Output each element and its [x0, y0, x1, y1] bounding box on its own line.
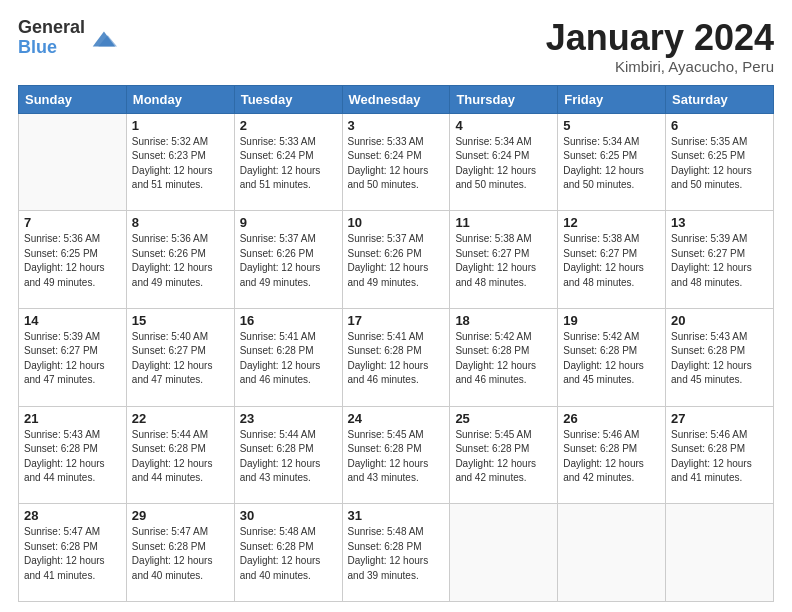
- day-number: 31: [348, 508, 445, 523]
- day-number: 19: [563, 313, 660, 328]
- day-number: 18: [455, 313, 552, 328]
- header-saturday: Saturday: [666, 85, 774, 113]
- header-monday: Monday: [126, 85, 234, 113]
- header-wednesday: Wednesday: [342, 85, 450, 113]
- day-info: Sunrise: 5:43 AM Sunset: 6:28 PM Dayligh…: [671, 330, 768, 388]
- day-number: 14: [24, 313, 121, 328]
- day-info: Sunrise: 5:37 AM Sunset: 6:26 PM Dayligh…: [240, 232, 337, 290]
- table-row: 26Sunrise: 5:46 AM Sunset: 6:28 PM Dayli…: [558, 406, 666, 504]
- day-number: 2: [240, 118, 337, 133]
- day-number: 21: [24, 411, 121, 426]
- table-row: 6Sunrise: 5:35 AM Sunset: 6:25 PM Daylig…: [666, 113, 774, 211]
- day-number: 26: [563, 411, 660, 426]
- day-number: 11: [455, 215, 552, 230]
- calendar-header-row: Sunday Monday Tuesday Wednesday Thursday…: [19, 85, 774, 113]
- day-number: 23: [240, 411, 337, 426]
- day-info: Sunrise: 5:44 AM Sunset: 6:28 PM Dayligh…: [240, 428, 337, 486]
- table-row: 27Sunrise: 5:46 AM Sunset: 6:28 PM Dayli…: [666, 406, 774, 504]
- day-number: 13: [671, 215, 768, 230]
- logo: General Blue: [18, 18, 117, 58]
- day-info: Sunrise: 5:47 AM Sunset: 6:28 PM Dayligh…: [24, 525, 121, 583]
- day-number: 30: [240, 508, 337, 523]
- day-number: 24: [348, 411, 445, 426]
- day-info: Sunrise: 5:48 AM Sunset: 6:28 PM Dayligh…: [240, 525, 337, 583]
- table-row: [666, 504, 774, 602]
- table-row: 21Sunrise: 5:43 AM Sunset: 6:28 PM Dayli…: [19, 406, 127, 504]
- table-row: [450, 504, 558, 602]
- table-row: 4Sunrise: 5:34 AM Sunset: 6:24 PM Daylig…: [450, 113, 558, 211]
- logo-icon: [89, 24, 117, 52]
- table-row: 25Sunrise: 5:45 AM Sunset: 6:28 PM Dayli…: [450, 406, 558, 504]
- month-title: January 2024: [546, 18, 774, 58]
- day-info: Sunrise: 5:45 AM Sunset: 6:28 PM Dayligh…: [348, 428, 445, 486]
- day-number: 8: [132, 215, 229, 230]
- table-row: 30Sunrise: 5:48 AM Sunset: 6:28 PM Dayli…: [234, 504, 342, 602]
- day-info: Sunrise: 5:41 AM Sunset: 6:28 PM Dayligh…: [348, 330, 445, 388]
- table-row: 7Sunrise: 5:36 AM Sunset: 6:25 PM Daylig…: [19, 211, 127, 309]
- day-info: Sunrise: 5:46 AM Sunset: 6:28 PM Dayligh…: [563, 428, 660, 486]
- table-row: 5Sunrise: 5:34 AM Sunset: 6:25 PM Daylig…: [558, 113, 666, 211]
- table-row: 12Sunrise: 5:38 AM Sunset: 6:27 PM Dayli…: [558, 211, 666, 309]
- table-row: 14Sunrise: 5:39 AM Sunset: 6:27 PM Dayli…: [19, 308, 127, 406]
- header: General Blue January 2024 Kimbiri, Ayacu…: [18, 18, 774, 75]
- day-number: 7: [24, 215, 121, 230]
- day-info: Sunrise: 5:33 AM Sunset: 6:24 PM Dayligh…: [240, 135, 337, 193]
- day-info: Sunrise: 5:34 AM Sunset: 6:25 PM Dayligh…: [563, 135, 660, 193]
- day-number: 20: [671, 313, 768, 328]
- header-friday: Friday: [558, 85, 666, 113]
- table-row: 9Sunrise: 5:37 AM Sunset: 6:26 PM Daylig…: [234, 211, 342, 309]
- day-info: Sunrise: 5:44 AM Sunset: 6:28 PM Dayligh…: [132, 428, 229, 486]
- day-info: Sunrise: 5:45 AM Sunset: 6:28 PM Dayligh…: [455, 428, 552, 486]
- table-row: 1Sunrise: 5:32 AM Sunset: 6:23 PM Daylig…: [126, 113, 234, 211]
- calendar-table: Sunday Monday Tuesday Wednesday Thursday…: [18, 85, 774, 602]
- table-row: 2Sunrise: 5:33 AM Sunset: 6:24 PM Daylig…: [234, 113, 342, 211]
- table-row: 24Sunrise: 5:45 AM Sunset: 6:28 PM Dayli…: [342, 406, 450, 504]
- day-number: 6: [671, 118, 768, 133]
- day-info: Sunrise: 5:40 AM Sunset: 6:27 PM Dayligh…: [132, 330, 229, 388]
- day-info: Sunrise: 5:41 AM Sunset: 6:28 PM Dayligh…: [240, 330, 337, 388]
- day-info: Sunrise: 5:39 AM Sunset: 6:27 PM Dayligh…: [671, 232, 768, 290]
- calendar-week-row: 14Sunrise: 5:39 AM Sunset: 6:27 PM Dayli…: [19, 308, 774, 406]
- table-row: 3Sunrise: 5:33 AM Sunset: 6:24 PM Daylig…: [342, 113, 450, 211]
- day-info: Sunrise: 5:42 AM Sunset: 6:28 PM Dayligh…: [563, 330, 660, 388]
- title-block: January 2024 Kimbiri, Ayacucho, Peru: [546, 18, 774, 75]
- table-row: 15Sunrise: 5:40 AM Sunset: 6:27 PM Dayli…: [126, 308, 234, 406]
- table-row: 28Sunrise: 5:47 AM Sunset: 6:28 PM Dayli…: [19, 504, 127, 602]
- table-row: 8Sunrise: 5:36 AM Sunset: 6:26 PM Daylig…: [126, 211, 234, 309]
- day-number: 25: [455, 411, 552, 426]
- day-number: 10: [348, 215, 445, 230]
- day-number: 27: [671, 411, 768, 426]
- day-number: 3: [348, 118, 445, 133]
- day-number: 22: [132, 411, 229, 426]
- day-info: Sunrise: 5:34 AM Sunset: 6:24 PM Dayligh…: [455, 135, 552, 193]
- table-row: 22Sunrise: 5:44 AM Sunset: 6:28 PM Dayli…: [126, 406, 234, 504]
- table-row: 23Sunrise: 5:44 AM Sunset: 6:28 PM Dayli…: [234, 406, 342, 504]
- table-row: 10Sunrise: 5:37 AM Sunset: 6:26 PM Dayli…: [342, 211, 450, 309]
- header-tuesday: Tuesday: [234, 85, 342, 113]
- day-number: 17: [348, 313, 445, 328]
- day-info: Sunrise: 5:47 AM Sunset: 6:28 PM Dayligh…: [132, 525, 229, 583]
- header-sunday: Sunday: [19, 85, 127, 113]
- day-info: Sunrise: 5:37 AM Sunset: 6:26 PM Dayligh…: [348, 232, 445, 290]
- table-row: 13Sunrise: 5:39 AM Sunset: 6:27 PM Dayli…: [666, 211, 774, 309]
- day-info: Sunrise: 5:46 AM Sunset: 6:28 PM Dayligh…: [671, 428, 768, 486]
- day-number: 16: [240, 313, 337, 328]
- day-number: 1: [132, 118, 229, 133]
- day-info: Sunrise: 5:32 AM Sunset: 6:23 PM Dayligh…: [132, 135, 229, 193]
- day-info: Sunrise: 5:48 AM Sunset: 6:28 PM Dayligh…: [348, 525, 445, 583]
- day-info: Sunrise: 5:39 AM Sunset: 6:27 PM Dayligh…: [24, 330, 121, 388]
- location: Kimbiri, Ayacucho, Peru: [546, 58, 774, 75]
- header-thursday: Thursday: [450, 85, 558, 113]
- day-number: 15: [132, 313, 229, 328]
- table-row: [19, 113, 127, 211]
- table-row: 31Sunrise: 5:48 AM Sunset: 6:28 PM Dayli…: [342, 504, 450, 602]
- day-number: 5: [563, 118, 660, 133]
- day-number: 29: [132, 508, 229, 523]
- day-info: Sunrise: 5:35 AM Sunset: 6:25 PM Dayligh…: [671, 135, 768, 193]
- table-row: 18Sunrise: 5:42 AM Sunset: 6:28 PM Dayli…: [450, 308, 558, 406]
- logo-text: General Blue: [18, 18, 85, 58]
- day-info: Sunrise: 5:43 AM Sunset: 6:28 PM Dayligh…: [24, 428, 121, 486]
- table-row: [558, 504, 666, 602]
- table-row: 19Sunrise: 5:42 AM Sunset: 6:28 PM Dayli…: [558, 308, 666, 406]
- day-info: Sunrise: 5:36 AM Sunset: 6:25 PM Dayligh…: [24, 232, 121, 290]
